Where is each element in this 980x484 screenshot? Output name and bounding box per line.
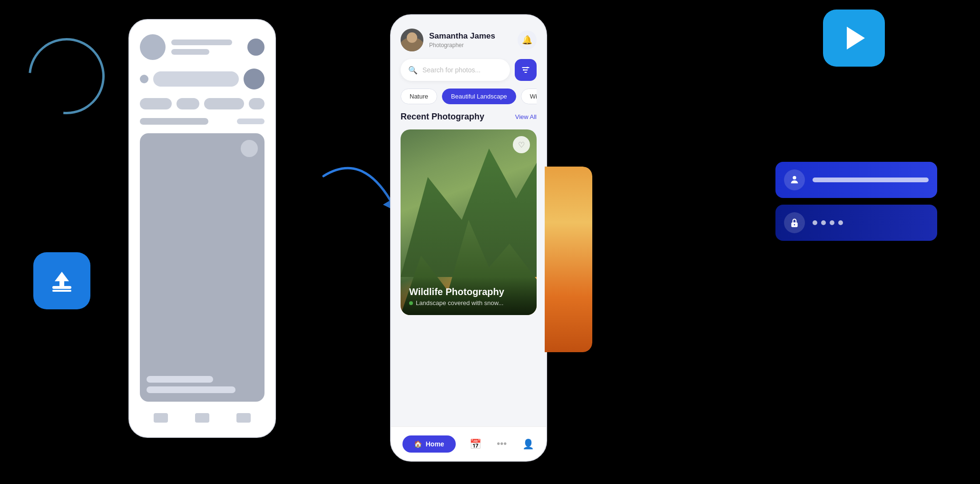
svg-point-11 xyxy=(794,224,795,226)
circle-outline-decoration xyxy=(13,22,120,129)
user-card-line xyxy=(813,178,929,182)
partial-card-background xyxy=(545,167,592,352)
rp-section-header: Recent Photography View All xyxy=(401,112,537,122)
wf-tag-1 xyxy=(140,98,172,109)
filter-button[interactable] xyxy=(515,59,537,81)
search-box[interactable]: 🔍 Search for photos... xyxy=(401,59,510,81)
photo-title: Wildlife Photography xyxy=(409,286,528,297)
user-card-lines xyxy=(813,178,929,182)
wf-tag-2 xyxy=(176,98,199,109)
lock-card-dots xyxy=(813,220,843,225)
wf-header xyxy=(140,34,265,60)
real-phone: Samantha James Photographer 🔔 🔍 Search f… xyxy=(390,14,547,462)
search-icon: 🔍 xyxy=(408,66,418,75)
rp-search-row: 🔍 Search for photos... xyxy=(401,59,537,81)
svg-rect-6 xyxy=(52,286,71,289)
svg-point-4 xyxy=(527,67,528,68)
wf-search-row xyxy=(140,69,265,89)
partial-photo-card xyxy=(545,167,592,352)
wf-nav-1 xyxy=(154,413,168,423)
dot-2 xyxy=(821,220,826,225)
svg-marker-8 xyxy=(55,272,69,286)
bell-button[interactable]: 🔔 xyxy=(518,30,537,49)
dot-3 xyxy=(830,220,834,225)
wf-tags-row xyxy=(140,98,265,109)
wf-nav-2 xyxy=(195,413,209,423)
nav-more[interactable]: ••• xyxy=(495,437,509,451)
svg-point-9 xyxy=(793,176,796,179)
wf-cap-2 xyxy=(147,386,235,393)
photo-card[interactable]: ♡ Wildlife Photography Landscape covered… xyxy=(401,129,537,315)
wf-avatar-small xyxy=(247,39,265,56)
bottom-navigation: 🏠 Home 📅 ••• 👤 xyxy=(391,426,546,461)
svg-rect-7 xyxy=(52,290,71,292)
wf-section-row xyxy=(140,118,265,125)
right-side-cards xyxy=(775,162,937,241)
wf-search-bar xyxy=(153,71,239,87)
status-dot xyxy=(409,301,413,305)
wf-cap-1 xyxy=(147,376,213,383)
play-button[interactable] xyxy=(823,10,885,67)
nav-calendar[interactable]: 📅 xyxy=(469,437,482,451)
lock-card-icon xyxy=(784,212,805,233)
nav-home[interactable]: 🏠 Home xyxy=(402,435,456,453)
upload-icon xyxy=(50,269,74,293)
dot-1 xyxy=(813,220,817,225)
wf-line-2 xyxy=(171,49,209,55)
wf-avatar-large xyxy=(140,34,166,60)
rp-content: Samantha James Photographer 🔔 🔍 Search f… xyxy=(391,15,546,421)
wf-section-line xyxy=(140,118,208,125)
rp-header: Samantha James Photographer 🔔 xyxy=(401,29,537,51)
svg-point-5 xyxy=(523,69,524,70)
user-role: Photographer xyxy=(429,42,495,49)
user-card-icon xyxy=(784,169,805,190)
wf-nav-3 xyxy=(236,413,251,423)
heart-button[interactable]: ♡ xyxy=(513,136,530,153)
wf-image-captions xyxy=(147,376,258,393)
wf-tag-3 xyxy=(204,98,244,109)
home-icon: 🏠 xyxy=(414,440,422,448)
wf-tag-4 xyxy=(249,98,265,109)
nav-profile[interactable]: 👤 xyxy=(521,437,535,451)
wf-dot xyxy=(140,75,148,83)
dot-4 xyxy=(838,220,843,225)
tag-wildlife[interactable]: Wildlife xyxy=(521,89,537,104)
section-title: Recent Photography xyxy=(401,112,484,122)
wf-section-link xyxy=(237,119,265,124)
wf-image-circle xyxy=(241,140,258,157)
wf-line-1 xyxy=(171,40,232,45)
play-icon xyxy=(847,27,865,49)
rp-user-info: Samantha James Photographer xyxy=(401,29,495,51)
search-placeholder: Search for photos... xyxy=(422,66,480,74)
avatar xyxy=(401,29,423,51)
user-card xyxy=(775,162,937,198)
category-tags: Nature Beautiful Landscape Wildlife Crea… xyxy=(401,89,537,104)
photo-caption: Wildlife Photography Landscape covered w… xyxy=(401,277,537,315)
tag-beautiful-landscape[interactable]: Beautiful Landscape xyxy=(442,89,516,104)
wf-avatar-med xyxy=(244,69,265,89)
wireframe-phone xyxy=(128,19,276,438)
home-label: Home xyxy=(426,440,444,448)
wf-image-block xyxy=(140,133,265,402)
wf-header-lines xyxy=(171,40,247,55)
view-all-link[interactable]: View All xyxy=(515,113,537,120)
upload-button[interactable] xyxy=(33,252,90,309)
rp-user-text: Samantha James Photographer xyxy=(429,31,495,49)
lock-card xyxy=(775,205,937,241)
photo-subtitle: Landscape covered with snow... xyxy=(409,299,528,306)
user-name: Samantha James xyxy=(429,31,495,41)
tag-nature[interactable]: Nature xyxy=(401,89,437,104)
wf-bottom-nav xyxy=(140,410,265,423)
